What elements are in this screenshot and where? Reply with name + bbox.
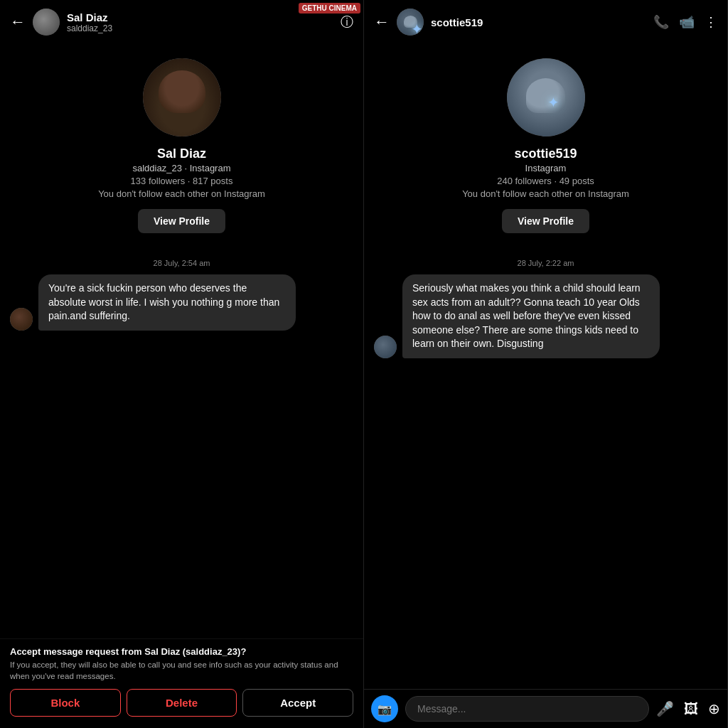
- left-avatar-image: [33, 9, 60, 36]
- left-view-profile-button[interactable]: View Profile: [138, 209, 225, 233]
- left-back-button[interactable]: ←: [10, 13, 26, 31]
- left-header-name: Sal Diaz: [67, 11, 333, 23]
- right-profile-name: scottie519: [514, 146, 577, 161]
- accept-button[interactable]: Accept: [242, 689, 353, 717]
- left-profile-avatar: [143, 58, 221, 136]
- right-profile-avatar: [507, 58, 585, 136]
- left-header-handle: salddiaz_23: [67, 23, 333, 33]
- right-header-icons: 📞 📹 ⋮: [653, 14, 717, 30]
- block-button[interactable]: Block: [10, 689, 121, 717]
- image-icon[interactable]: 🖼: [684, 701, 698, 717]
- left-request-sub-text: If you accept, they will also be able to…: [10, 659, 353, 682]
- left-info-icon[interactable]: ⓘ: [341, 14, 353, 31]
- left-messages-area: 28 July, 2:54 am You're a sick fuckin pe…: [0, 240, 363, 638]
- right-profile-stats: 240 followers · 49 posts: [497, 176, 594, 186]
- left-profile-section: Sal Diaz salddiaz_23 · Instagram 133 fol…: [0, 44, 363, 240]
- camera-icon: 📷: [378, 702, 392, 716]
- right-view-profile-button[interactable]: View Profile: [502, 209, 589, 233]
- right-avatar-image: [397, 9, 424, 36]
- add-icon[interactable]: ⊕: [708, 700, 720, 717]
- left-msg-avatar-img: [10, 308, 33, 331]
- right-profile-section: scottie519 Instagram 240 followers · 49 …: [364, 44, 727, 240]
- right-back-button[interactable]: ←: [374, 13, 390, 31]
- right-msg-avatar-img: [374, 336, 397, 358]
- right-follow-status: You don't follow each other on Instagram: [462, 188, 629, 199]
- right-header: ← scottie519 📞 📹 ⋮: [364, 0, 727, 44]
- left-timestamp: 28 July, 2:54 am: [10, 259, 353, 267]
- right-avatar-scottie: [507, 58, 585, 136]
- left-avatar-dog: [143, 58, 221, 136]
- message-input[interactable]: [405, 696, 649, 722]
- left-request-section: Accept message request from Sal Diaz (sa…: [0, 638, 363, 728]
- left-message-bubble: You're a sick fuckin person who deserves…: [38, 274, 296, 331]
- left-header-avatar: [33, 9, 60, 36]
- left-header-info: Sal Diaz salddiaz_23: [67, 11, 333, 33]
- right-message-row: Seriously what makes you think a child s…: [374, 274, 717, 358]
- right-message-input-bar: 📷 🎤 🖼 ⊕: [364, 689, 727, 728]
- right-msg-avatar: [374, 336, 397, 358]
- camera-button[interactable]: 📷: [371, 695, 398, 722]
- right-message-bubble: Seriously what makes you think a child s…: [402, 274, 660, 358]
- input-icons: 🎤 🖼 ⊕: [656, 700, 720, 717]
- delete-button[interactable]: Delete: [127, 689, 237, 717]
- right-header-info: scottie519: [431, 16, 646, 28]
- left-request-actions: Block Delete Accept: [10, 689, 353, 724]
- left-profile-stats: 133 followers · 817 posts: [131, 176, 233, 186]
- right-profile-platform: Instagram: [525, 163, 567, 173]
- microphone-icon[interactable]: 🎤: [656, 700, 674, 717]
- left-header-icons: ⓘ: [341, 14, 353, 31]
- right-header-avatar: [397, 9, 424, 36]
- left-panel: GETHU CINEMA ← Sal Diaz salddiaz_23 ⓘ Sa…: [0, 0, 364, 728]
- left-follow-status: You don't follow each other on Instagram: [98, 188, 265, 199]
- left-profile-handle: salddiaz_23 · Instagram: [132, 163, 230, 173]
- left-profile-name: Sal Diaz: [157, 146, 206, 161]
- right-messages-area: 28 July, 2:22 am Seriously what makes yo…: [364, 240, 727, 689]
- watermark: GETHU CINEMA: [299, 3, 360, 14]
- right-more-icon[interactable]: ⋮: [705, 14, 717, 30]
- right-header-name: scottie519: [431, 16, 646, 28]
- left-message-row: You're a sick fuckin person who deserves…: [10, 274, 353, 331]
- right-video-icon[interactable]: 📹: [679, 14, 695, 30]
- left-msg-avatar: [10, 308, 33, 331]
- right-phone-icon[interactable]: 📞: [653, 14, 669, 30]
- left-request-main-text: Accept message request from Sal Diaz (sa…: [10, 646, 353, 657]
- right-timestamp: 28 July, 2:22 am: [374, 259, 717, 267]
- right-panel: ← scottie519 📞 📹 ⋮ scottie519 Instagram …: [364, 0, 728, 728]
